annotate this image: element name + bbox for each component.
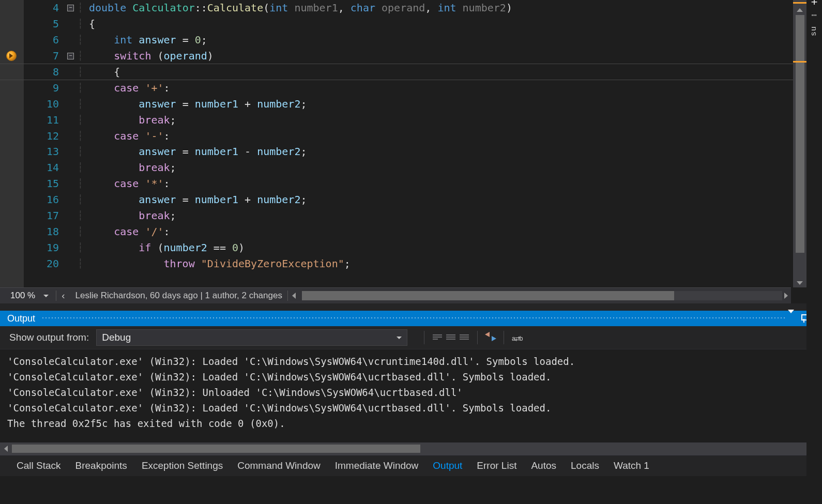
codelens-info[interactable]: Leslie Richardson, 60 days ago | 1 autho… — [70, 291, 287, 301]
output-line: 'ConsoleCalculator.exe' (Win32): Loaded … — [7, 354, 815, 369]
fold-toggle-icon[interactable]: − — [67, 53, 74, 59]
scroll-up-arrow-icon[interactable] — [797, 8, 803, 12]
line-number: 7 — [24, 50, 66, 62]
line-number: 17 — [24, 209, 66, 222]
hscroll-left-arrow-icon[interactable] — [4, 446, 8, 452]
scroll-thumb[interactable] — [796, 15, 804, 253]
code-line[interactable]: answer = number1 + number2; — [89, 193, 307, 206]
breakpoint-margin[interactable] — [0, 0, 24, 287]
collapsed-panel-label[interactable]: su — [810, 26, 818, 36]
editor-vertical-scrollbar[interactable] — [793, 0, 806, 287]
scroll-down-arrow-icon[interactable] — [797, 281, 803, 285]
code-line[interactable]: if (number2 == 0) — [89, 241, 245, 254]
indent-guide-gutter: ┆┆┆┆┆┆┆┆┆┆┆┆┆┆┆┆┆ — [78, 0, 89, 287]
tab-output[interactable]: Output — [425, 457, 469, 475]
find-message-icon[interactable] — [431, 332, 444, 343]
code-line[interactable]: switch (operand) — [89, 50, 214, 62]
indent-guide: ┆ — [78, 98, 89, 110]
code-line[interactable]: break; — [89, 209, 176, 222]
code-line[interactable]: answer = number1 - number2; — [89, 145, 307, 158]
indent-guide: ┆ — [78, 2, 89, 13]
line-number: 18 — [24, 225, 66, 238]
chevron-down-icon — [397, 337, 402, 339]
code-line[interactable]: case '-': — [89, 130, 170, 142]
tab-error-list[interactable]: Error List — [469, 457, 524, 475]
code-line[interactable]: case '*': — [89, 177, 170, 190]
indent-guide: ┆ — [78, 194, 89, 205]
code-line[interactable]: break; — [89, 161, 176, 174]
tab-locals[interactable]: Locals — [564, 457, 606, 475]
code-line[interactable]: case '/': — [89, 225, 170, 238]
divider — [287, 291, 288, 301]
tab-exception-settings[interactable]: Exception Settings — [134, 457, 230, 475]
tab-command-window[interactable]: Command Window — [230, 457, 328, 475]
code-text-area[interactable]: double Calculator::Calculate(int number1… — [89, 0, 806, 287]
code-line[interactable]: int answer = 0; — [89, 34, 207, 46]
output-line: The thread 0x2f5c has exited with code 0… — [7, 416, 815, 431]
output-text-area[interactable]: 'ConsoleCalculator.exe' (Win32): Loaded … — [0, 349, 822, 442]
nav-back-icon[interactable]: ‹ — [56, 290, 70, 301]
output-panel-header[interactable]: Output — [0, 311, 822, 326]
clear-all-icon[interactable] — [484, 332, 497, 344]
line-number: 19 — [24, 241, 66, 254]
code-line[interactable]: break; — [89, 114, 176, 126]
tab-immediate-window[interactable]: Immediate Window — [328, 457, 426, 475]
overview-marker — [793, 61, 806, 63]
right-dock-rail[interactable]: + ⋯ su — [806, 0, 822, 504]
fold-toggle-icon[interactable]: − — [67, 5, 74, 11]
output-source-dropdown[interactable]: Debug — [96, 329, 407, 346]
hscroll-left-arrow-icon[interactable] — [292, 293, 296, 299]
line-number: 9 — [24, 82, 66, 94]
tab-breakpoints[interactable]: Breakpoints — [68, 457, 134, 475]
plus-icon[interactable]: + — [806, 0, 822, 9]
hscroll-right-arrow-icon[interactable] — [784, 293, 788, 299]
code-editor[interactable]: 4567891011121314151617181920 −− ┆┆┆┆┆┆┆┆… — [0, 0, 806, 287]
scroll-thumb[interactable] — [12, 445, 420, 453]
code-line[interactable]: { — [89, 18, 95, 30]
indent-guide: ┆ — [78, 130, 89, 142]
output-line: 'ConsoleCalculator.exe' (Win32): Loaded … — [7, 369, 815, 385]
tab-autos[interactable]: Autos — [524, 457, 564, 475]
divider — [504, 331, 504, 344]
zoom-level[interactable]: 100 % — [0, 291, 42, 301]
code-line[interactable]: double Calculator::Calculate(int number1… — [89, 2, 512, 14]
tab-watch-1[interactable]: Watch 1 — [606, 457, 657, 475]
output-horizontal-scrollbar[interactable] — [0, 442, 822, 455]
indent-guide: ┆ — [78, 34, 89, 45]
tab-call-stack[interactable]: Call Stack — [9, 457, 68, 475]
window-position-dropdown-icon[interactable] — [785, 313, 797, 324]
line-number: 11 — [24, 114, 66, 126]
line-number-gutter: 4567891011121314151617181920 — [24, 0, 66, 287]
show-output-from-label: Show output from: — [9, 332, 89, 343]
line-number: 6 — [24, 34, 66, 46]
code-line[interactable]: answer = number1 + number2; — [89, 98, 307, 110]
scroll-track[interactable] — [12, 445, 814, 453]
panel-grip[interactable] — [41, 316, 785, 320]
editor-horizontal-scrollbar[interactable] — [302, 291, 782, 300]
output-line: 'ConsoleCalculator.exe' (Win32): Unloade… — [7, 385, 815, 400]
indent-guide: ┆ — [78, 50, 89, 62]
scroll-thumb[interactable] — [302, 291, 674, 300]
execution-pointer-icon[interactable] — [6, 51, 17, 61]
fold-gutter[interactable]: −− — [66, 0, 78, 287]
zoom-dropdown-icon[interactable] — [43, 295, 49, 297]
indent-guide: ┆ — [78, 242, 89, 253]
output-panel-title: Output — [7, 313, 35, 324]
prev-message-icon[interactable] — [444, 332, 458, 343]
indent-guide: ┆ — [78, 258, 89, 269]
editor-status-bar: 100 % ‹ Leslie Richardson, 60 days ago |… — [0, 287, 791, 303]
code-line[interactable]: throw "DivideByZeroException"; — [89, 257, 351, 270]
line-number: 13 — [24, 145, 66, 158]
output-toolbar: Show output from: Debug — [0, 326, 822, 349]
next-message-icon[interactable] — [458, 332, 471, 343]
panel-splitter[interactable] — [0, 303, 822, 311]
divider — [477, 331, 478, 344]
overview-marker — [793, 2, 806, 4]
line-number: 12 — [24, 130, 66, 142]
toggle-word-wrap-icon[interactable] — [510, 332, 524, 343]
code-line[interactable]: { — [89, 66, 120, 78]
code-line[interactable]: case '+': — [89, 82, 170, 94]
line-number: 15 — [24, 177, 66, 190]
rail-separator: ⋯ — [806, 9, 822, 21]
line-number: 10 — [24, 98, 66, 110]
